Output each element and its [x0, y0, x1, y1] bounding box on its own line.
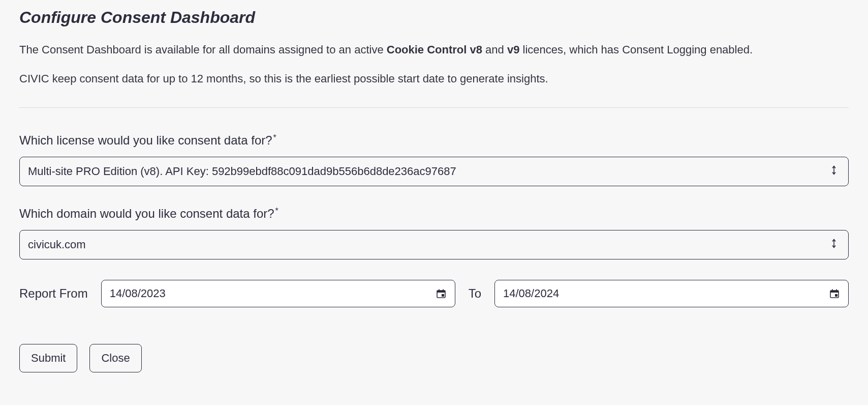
intro-p1-prefix: The Consent Dashboard is available for a…: [19, 43, 387, 56]
domain-select-wrapper: civicuk.com: [19, 230, 849, 259]
date-to-wrapper: [494, 280, 849, 307]
license-select-wrapper: Multi-site PRO Edition (v8). API Key: 59…: [19, 157, 849, 186]
intro-p1-bold1: Cookie Control v8: [387, 43, 482, 56]
date-from-input[interactable]: [101, 280, 455, 307]
intro-p1-bold2: v9: [507, 43, 519, 56]
intro-paragraph-2: CIVIC keep consent data for up to 12 mon…: [19, 70, 849, 87]
submit-button[interactable]: Submit: [19, 344, 77, 372]
button-row: Submit Close: [19, 344, 849, 372]
intro-p1-mid: and: [482, 43, 507, 56]
domain-label: Which domain would you like consent data…: [19, 207, 849, 221]
close-button[interactable]: Close: [89, 344, 141, 372]
license-label-text: Which license would you like consent dat…: [19, 133, 272, 147]
page-title: Configure Consent Dashboard: [19, 8, 849, 27]
intro-paragraph-1: The Consent Dashboard is available for a…: [19, 41, 849, 58]
date-range-row: Report From To: [19, 280, 849, 307]
report-to-label: To: [469, 286, 481, 301]
required-marker: *: [273, 133, 276, 142]
report-from-label: Report From: [19, 286, 88, 301]
intro-p1-suffix: licences, which has Consent Logging enab…: [519, 43, 753, 56]
date-from-wrapper: [101, 280, 455, 307]
date-to-input[interactable]: [494, 280, 849, 307]
section-divider: [19, 107, 849, 108]
license-select[interactable]: Multi-site PRO Edition (v8). API Key: 59…: [19, 157, 849, 186]
license-label: Which license would you like consent dat…: [19, 133, 849, 148]
domain-select[interactable]: civicuk.com: [19, 230, 849, 259]
domain-label-text: Which domain would you like consent data…: [19, 207, 274, 220]
required-marker: *: [275, 207, 278, 215]
